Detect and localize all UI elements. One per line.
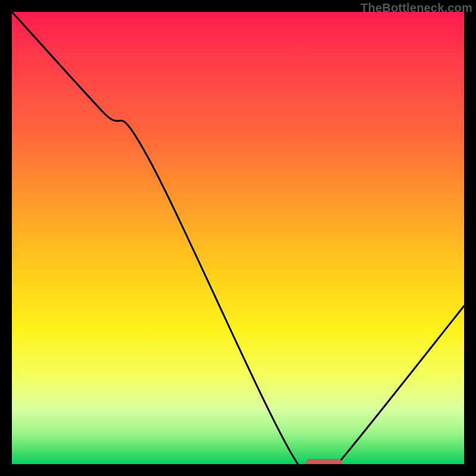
curve-path (12, 12, 464, 464)
optimal-range-marker (306, 459, 342, 464)
plot-area (12, 12, 464, 464)
bottleneck-curve (12, 12, 464, 464)
chart-frame: TheBottleneck.com (0, 0, 476, 476)
watermark-label: TheBottleneck.com (361, 1, 472, 15)
